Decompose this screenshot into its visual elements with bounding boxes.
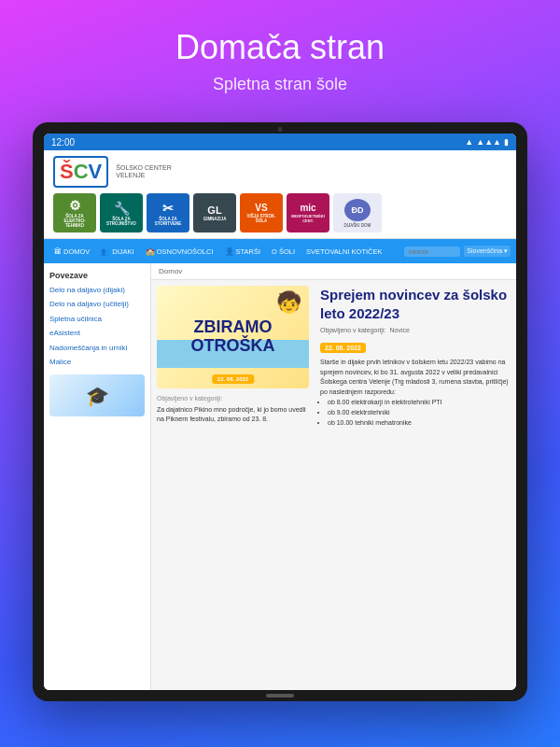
page-title: Domača stran [19,28,541,67]
nav-osnovnosolci[interactable]: 🏫 OSNOVNOŠOLCI [141,244,218,260]
status-bar: 12:00 ▲ ▲▲▲ ▮ [44,134,516,150]
article-title: Sprejem novincev za šolsko leto 2022/23 [320,286,511,322]
logo-dijaskidom: ĐD DIJAŠKI DOM [333,193,382,233]
piknik-figure: 🧒 [276,290,301,315]
nav-svetovalnica[interactable]: SVETOVALNI KOTIČEK [301,244,386,260]
piknik-date-badge: 22. 08. 2022 [212,374,254,384]
scissors-icon: ✂ [162,201,174,216]
sidebar-link-dijaki[interactable]: Delo na daljavo (dijaki) [49,286,145,295]
logo-elektro: ⚙ ŠOLA ZA ELEKTRO-TEHNIKO [53,193,96,233]
nav-starsi[interactable]: 👤 STARŠI [220,244,266,260]
content-columns: 🧒 ZBIRAMO OTROŠKA 22. 08. 2022 Objavljen… [151,280,516,690]
sidebar-link-nadomeščanja[interactable]: Nadomeščanja in urniki [49,344,145,353]
home-icon: 🏛 [54,247,62,256]
scv-logo: ŠCV [53,156,108,188]
nav-domov[interactable]: 🏛 DOMOV [49,244,94,260]
sidebar-link-ucitelji[interactable]: Delo na daljavo (učitelji) [49,300,145,309]
website-header: ŠCV ŠOLSKO CENTER VELENJE ⚙ ŠOLA ZA ELEK… [44,150,516,239]
article-category-label: Objavljeno v kategoriji: [320,327,385,333]
top-header: Domača stran Spletna stran šole [0,0,560,113]
nav-search-area: Slovenščina ▾ [404,246,511,257]
sidebar: Povezave Delo na daljavo (dijaki) Delo n… [44,263,151,690]
breadcrumb: Domov [151,263,516,280]
content-area: Domov 🧒 ZBIRAMO OTROŠKA 22. 08. 2022 Obj… [151,263,516,690]
main-content: Povezave Delo na daljavo (dijaki) Delo n… [44,263,516,690]
nav-osoli[interactable]: O ŠOLI [267,244,300,260]
sidebar-link-easistent[interactable]: eAsistent [49,329,145,338]
status-icons: ▲ ▲▲▲ ▮ [465,137,509,147]
piknik-description: Objavljeno v kategoriji: Za dajatnico Pi… [157,394,309,423]
left-content: 🧒 ZBIRAMO OTROŠKA 22. 08. 2022 Objavljen… [151,280,315,690]
article-body-text: Starše in dijake prvih letnikov v šolske… [320,358,511,397]
person-icon: 👤 [225,247,234,256]
piknik-image: 🧒 ZBIRAMO OTROŠKA 22. 08. 2022 [157,286,309,388]
tablet-screen: 12:00 ▲ ▲▲▲ ▮ ŠCV ŠOLSKO CENTER VELENJE [44,134,516,690]
search-input[interactable] [404,247,460,257]
sidebar-link-spletna[interactable]: Spletna učilnica [49,315,145,324]
sidebar-link-malice[interactable]: Malice [49,358,145,367]
camera-dot [278,127,283,132]
signal-icon: ▲▲▲ [476,137,501,147]
article-category: Novice [389,327,409,333]
article-date-badge: 22. 08. 2022 [320,343,366,353]
status-time: 12:00 [51,137,75,148]
language-selector[interactable]: Slovenščina ▾ [464,246,511,257]
school-main-logo: ŠCV [53,156,108,188]
gear-icon: ⚙ [69,198,81,213]
right-content: Sprejem novincev za šolsko leto 2022/23 … [315,280,516,690]
logo-gimnazija: GL GIMNAZIJA [193,193,236,233]
school-icon: 🏫 [146,247,155,256]
nav-dijaki[interactable]: 👥 DIJAKI [96,244,138,260]
list-item: ob 9.00 elektrotehniki [328,407,511,417]
sidebar-title: Povezave [49,271,145,280]
list-item: ob 10.00 tehniki mehatronike [328,417,511,428]
wrench-icon: 🔧 [114,201,130,216]
home-button[interactable] [266,694,294,698]
piknik-category: Objavljeno v kategoriji: [157,394,309,403]
logo-strojnistvo: 🔧 ŠOLA ZA STROJNIŠTVO [100,193,143,233]
school-logos-row: ⚙ ŠOLA ZA ELEKTRO-TEHNIKO 🔧 ŠOLA ZA STRO… [53,193,507,233]
logo-storitvene: ✂ ŠOLA ZA STORITVENE [147,193,189,233]
school-logo-area: ŠCV ŠOLSKO CENTER VELENJE [53,156,507,188]
article-list: ob 8.00 elektrokarji in elektrotehniki P… [328,397,511,429]
logo-mic: mic MEDPODJETNIŠKI CENT. [287,193,329,233]
battery-icon: ▮ [504,137,509,147]
logo-vss: VS VIŠJA STROK. ŠOLA [240,193,283,233]
page-subtitle: Spletna stran šole [19,75,541,94]
piknik-title: ZBIRAMO OTROŠKA [157,318,309,356]
list-item: ob 8.00 elektrokarji in elektrotehniki P… [328,397,511,407]
tablet-frame: 12:00 ▲ ▲▲▲ ▮ ŠCV ŠOLSKO CENTER VELENJE [33,122,527,701]
wifi-icon: ▲ [465,137,473,147]
sidebar-image: 🎓 [49,374,145,416]
article-meta: Objavljeno v kategoriji: Novice [320,327,511,333]
nav-bar: 🏛 DOMOV 👥 DIJAKI 🏫 OSNOVNOŠOLCI 👤 STARŠI… [44,239,516,263]
users-icon: 👥 [101,247,110,256]
school-name-text: ŠOLSKO CENTER VELENJE [116,164,190,180]
